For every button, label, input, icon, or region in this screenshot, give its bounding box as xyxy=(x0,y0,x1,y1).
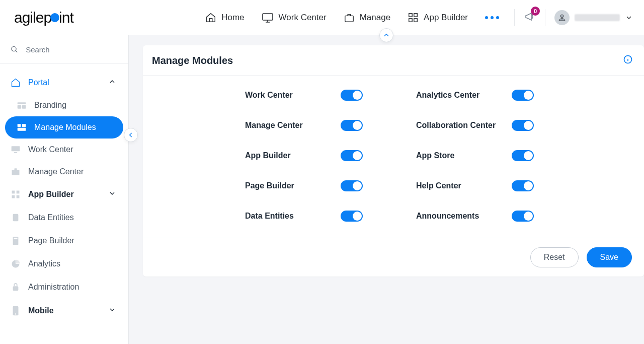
top-bar: agilep int Home Work Center Manage App B… xyxy=(0,0,644,35)
module-label: Help Center xyxy=(416,181,512,190)
briefcase-icon xyxy=(344,13,355,23)
svg-rect-22 xyxy=(13,214,19,221)
svg-rect-13 xyxy=(18,128,26,131)
nav-work-center-label: Work Center xyxy=(279,13,327,23)
notifications-button[interactable]: 0 xyxy=(524,11,536,25)
toggle-page-builder[interactable] xyxy=(341,180,363,191)
sidebar-item-mobile[interactable]: Mobile xyxy=(5,299,123,323)
search-input[interactable] xyxy=(26,45,119,54)
toggle-help-center[interactable] xyxy=(512,180,534,191)
brand-dot-icon xyxy=(50,13,59,22)
sidebar-item-administration[interactable]: Administration xyxy=(5,276,123,299)
svg-rect-11 xyxy=(18,124,21,127)
nav-home[interactable]: Home xyxy=(205,12,244,23)
sidebar-item-app-builder[interactable]: App Builder xyxy=(5,183,123,206)
svg-rect-5 xyxy=(414,18,417,21)
sidebar-item-label: Manage Modules xyxy=(34,123,96,132)
svg-rect-24 xyxy=(14,238,17,239)
svg-rect-3 xyxy=(414,13,417,16)
sidebar: Portal Branding Manage Modules xyxy=(0,35,129,344)
user-menu[interactable] xyxy=(554,10,633,25)
home-outline-icon xyxy=(10,78,21,88)
collapse-sidebar-button[interactable] xyxy=(124,128,138,142)
chevron-down-icon xyxy=(108,189,116,199)
sidebar-item-label: Administration xyxy=(28,283,79,292)
chevron-down-icon xyxy=(108,306,116,316)
search-icon xyxy=(10,44,19,54)
pie-chart-icon xyxy=(10,259,21,269)
module-label: Work Center xyxy=(245,91,341,100)
toggle-work-center[interactable] xyxy=(341,90,363,101)
sidebar-item-label: Portal xyxy=(28,78,49,87)
sidebar-item-data-entities[interactable]: Data Entities xyxy=(5,206,123,229)
nav-home-label: Home xyxy=(221,13,244,23)
toggle-manage-center[interactable] xyxy=(341,120,363,131)
toggle-data-entities[interactable] xyxy=(341,211,363,222)
sidebar-item-manage-modules[interactable]: Manage Modules xyxy=(5,116,123,139)
toggle-announcements[interactable] xyxy=(512,211,534,222)
sidebar-item-work-center[interactable]: Work Center xyxy=(5,139,123,161)
save-button-label: Save xyxy=(600,253,618,262)
nav-more-button[interactable] xyxy=(485,16,499,19)
svg-rect-17 xyxy=(15,168,17,170)
chevron-left-icon xyxy=(127,131,134,139)
sidebar-item-label: Manage Center xyxy=(28,167,84,176)
divider xyxy=(545,9,545,26)
reset-button-label: Reset xyxy=(544,253,565,262)
svg-rect-20 xyxy=(12,195,15,198)
nav-manage-label: Manage xyxy=(360,13,390,23)
grid-icon xyxy=(408,12,419,23)
divider xyxy=(514,9,515,26)
info-button[interactable] xyxy=(623,54,633,67)
toggle-app-store[interactable] xyxy=(512,150,534,161)
sidebar-item-manage-center[interactable]: Manage Center xyxy=(5,161,123,183)
database-icon xyxy=(10,213,21,223)
layout-icon xyxy=(16,101,27,110)
monitor-icon xyxy=(10,145,21,154)
nav-app-builder[interactable]: App Builder xyxy=(408,12,468,23)
nav-work-center[interactable]: Work Center xyxy=(262,13,327,23)
toggle-collaboration-center[interactable] xyxy=(512,120,534,131)
sidebar-search[interactable] xyxy=(0,35,128,64)
sidebar-item-label: Work Center xyxy=(28,145,73,154)
briefcase-icon xyxy=(10,167,21,176)
manage-modules-panel: Manage Modules Work Center Analytics Cen… xyxy=(143,45,644,277)
svg-rect-21 xyxy=(17,195,20,198)
sidebar-item-portal[interactable]: Portal xyxy=(5,71,123,94)
collapse-top-button[interactable] xyxy=(379,28,393,42)
content-area: Manage Modules Work Center Analytics Cen… xyxy=(129,35,644,344)
svg-rect-12 xyxy=(22,124,26,127)
svg-rect-16 xyxy=(12,170,20,175)
toggle-app-builder[interactable] xyxy=(341,150,363,161)
page-title: Manage Modules xyxy=(152,55,233,66)
svg-rect-1 xyxy=(345,16,353,22)
nav-manage[interactable]: Manage xyxy=(344,13,390,23)
save-button[interactable]: Save xyxy=(587,247,632,267)
svg-point-27 xyxy=(15,313,16,314)
svg-rect-25 xyxy=(13,286,19,291)
chevron-down-icon xyxy=(625,14,633,22)
module-label: Announcements xyxy=(416,212,512,221)
grid-icon xyxy=(10,189,21,199)
sidebar-item-label: Analytics xyxy=(28,259,60,268)
sidebar-item-label: Page Builder xyxy=(28,236,74,245)
toggle-analytics-center[interactable] xyxy=(512,90,534,101)
top-nav: Home Work Center Manage App Builder xyxy=(205,12,499,23)
reset-button[interactable]: Reset xyxy=(530,247,579,267)
sidebar-item-page-builder[interactable]: Page Builder xyxy=(5,229,123,252)
chevron-up-icon xyxy=(383,32,390,39)
svg-rect-19 xyxy=(17,191,20,194)
person-icon xyxy=(557,13,567,22)
svg-rect-23 xyxy=(13,237,19,245)
sidebar-item-branding[interactable]: Branding xyxy=(5,94,123,116)
module-label: Page Builder xyxy=(245,181,341,190)
sidebar-item-label: Mobile xyxy=(28,306,54,315)
svg-point-7 xyxy=(12,46,16,51)
lock-icon xyxy=(10,282,21,292)
module-label: Manage Center xyxy=(245,121,341,130)
brand-text-2: int xyxy=(59,9,73,26)
svg-rect-10 xyxy=(22,105,26,109)
mobile-icon xyxy=(10,305,21,316)
sidebar-item-analytics[interactable]: Analytics xyxy=(5,252,123,276)
svg-rect-4 xyxy=(409,18,412,21)
